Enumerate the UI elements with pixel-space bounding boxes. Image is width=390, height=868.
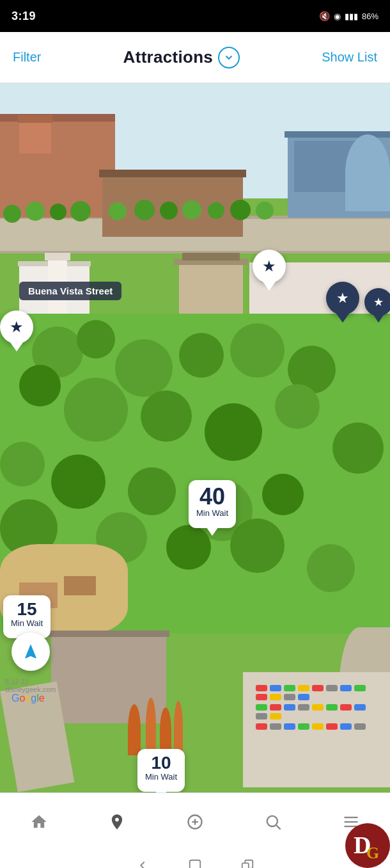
status-time: 3:19: [12, 10, 36, 23]
pin-tail-1: [263, 282, 276, 291]
spire-2: [146, 698, 156, 755]
battery-icon: 86%: [362, 12, 378, 21]
dark-pin-tail-2: [373, 315, 384, 323]
tree-cluster-8: [64, 378, 128, 442]
show-list-button[interactable]: Show List: [322, 50, 377, 65]
tree-cluster-11: [275, 384, 320, 429]
android-recent[interactable]: [240, 858, 254, 868]
status-bar: 3:19 🔇 ◉ ▮▮▮ 86%: [0, 0, 390, 32]
status-icons: 🔇 ◉ ▮▮▮ 86%: [319, 11, 378, 21]
tree-11: [256, 202, 274, 220]
tree-8: [182, 200, 201, 220]
parking-row-2: [256, 704, 371, 719]
dark-pin-tail-1: [336, 314, 349, 323]
dg-logo: D G: [345, 823, 390, 868]
parking-row-3: [256, 723, 371, 730]
tree-10: [230, 200, 251, 220]
wait-number-15: 15: [11, 600, 43, 618]
location-icon: ◉: [334, 12, 341, 21]
signal-icon: ▮▮▮: [345, 12, 358, 21]
android-back[interactable]: [136, 858, 150, 868]
center-roof: [99, 170, 246, 177]
building-topleft: [0, 115, 115, 218]
pin-star-1: ★: [262, 257, 276, 275]
map-area[interactable]: Buena Vista Street ★ ★ ★ ★ 40: [0, 83, 390, 792]
wait-bubble-15[interactable]: 15 Min Wait: [3, 595, 51, 638]
nav-home[interactable]: [20, 808, 58, 836]
nav-search[interactable]: [254, 808, 292, 836]
building-tower: [19, 122, 51, 154]
tree-cluster-13: [0, 442, 45, 486]
svg-rect-8: [190, 860, 201, 868]
map-pin-1[interactable]: ★: [253, 250, 286, 288]
map-pin-4[interactable]: ★: [364, 288, 390, 324]
gps-button[interactable]: [12, 632, 50, 671]
tree-cluster-22: [307, 544, 355, 592]
map-pin-3[interactable]: ★: [326, 282, 359, 324]
bottom-nav: [0, 792, 390, 850]
wait-bubble-40[interactable]: 40 Min Wait: [189, 480, 236, 528]
tree-cluster-7: [19, 365, 61, 406]
clock-tower-top: [45, 253, 70, 261]
asian-roof-top: [182, 253, 240, 261]
spire-4: [174, 701, 183, 755]
tree-1: [3, 205, 21, 223]
header-center: Attractions: [123, 47, 240, 68]
watermark-site: disneygeek.com: [5, 686, 56, 693]
page-title: Attractions: [123, 47, 214, 67]
tree-cluster-2: [77, 320, 115, 358]
tree-cluster-10: [205, 403, 262, 461]
blue-building-curve: [345, 134, 390, 211]
tree-cluster-12: [332, 422, 384, 474]
header: Filter Attractions Show List: [0, 32, 390, 83]
watermark: 8.12.22 disneygeek.com: [5, 678, 56, 693]
sand-building-2: [64, 576, 96, 595]
wait-bubble-10[interactable]: 10 Min Wait: [137, 749, 185, 792]
tree-4: [70, 201, 91, 221]
building-topleft-roof: [0, 114, 115, 122]
tree-cluster-5: [230, 323, 285, 378]
svg-rect-9: [242, 863, 249, 868]
tree-cluster-17: [262, 474, 304, 515]
google-logo: Google: [12, 693, 45, 704]
tree-5: [109, 202, 127, 220]
nav-add[interactable]: [176, 808, 214, 836]
tree-3: [50, 204, 66, 220]
filter-button[interactable]: Filter: [13, 50, 41, 65]
wait-number-10: 10: [145, 754, 177, 772]
android-home[interactable]: [188, 858, 202, 868]
tree-cluster-14: [51, 454, 105, 509]
tree-cluster-9: [141, 390, 192, 442]
tree-2: [26, 202, 45, 221]
parking-row-1: [256, 685, 371, 700]
pin-star-2: ★: [10, 318, 24, 336]
svg-text:G: G: [366, 844, 379, 862]
spire-1: [128, 704, 141, 755]
tree-6: [134, 200, 155, 220]
tree-9: [208, 202, 224, 219]
svg-line-4: [276, 825, 280, 829]
wait-label-10: Min Wait: [145, 772, 177, 783]
wait-number-40: 40: [196, 485, 228, 508]
wait-label-40: Min Wait: [196, 508, 228, 519]
building-bc-roof: [48, 631, 169, 637]
watermark-date: 8.12.22: [5, 678, 56, 686]
asian-building: [179, 262, 243, 314]
tree-cluster-3: [115, 339, 173, 397]
street-label: Buena Vista Street: [19, 282, 121, 300]
nav-location[interactable]: [98, 808, 136, 836]
svg-point-3: [267, 816, 277, 826]
tower-roof: [18, 115, 52, 123]
dropdown-button[interactable]: [218, 47, 240, 68]
tree-cluster-21: [230, 518, 285, 573]
android-nav-bar: [0, 850, 390, 868]
tree-7: [160, 202, 178, 220]
mute-icon: 🔇: [319, 11, 330, 21]
spire-3: [160, 707, 171, 755]
map-pin-2[interactable]: ★: [0, 310, 33, 349]
tree-cluster-4: [179, 333, 224, 378]
wait-label-15: Min Wait: [11, 618, 43, 629]
pin-tail-2: [10, 342, 23, 351]
tree-cluster-20: [166, 525, 211, 570]
tree-cluster-15: [128, 467, 176, 515]
